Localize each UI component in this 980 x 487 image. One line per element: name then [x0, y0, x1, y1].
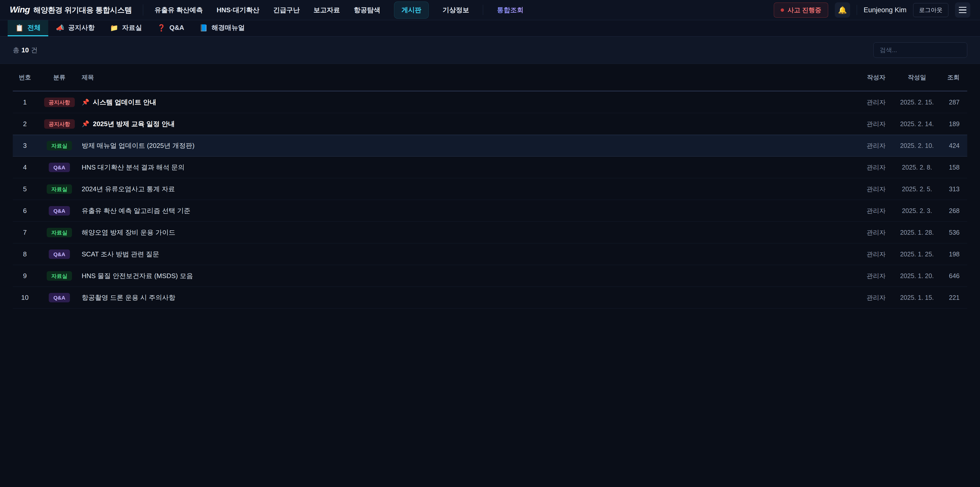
- post-title[interactable]: HNS 대기확산 분석 결과 해석 문의: [82, 163, 854, 172]
- board-tabs: 📋전체📣공지사항📁자료실❓Q&A📘해경매뉴얼: [0, 20, 980, 37]
- nav-item[interactable]: 통합조회: [497, 6, 523, 14]
- post-title[interactable]: HNS 물질 안전보건자료 (MSDS) 모음: [82, 271, 854, 280]
- post-date: 2025. 1. 15.: [898, 294, 936, 301]
- post-author: 관리자: [854, 98, 898, 107]
- post-title[interactable]: 유출유 확산 예측 알고리즘 선택 기준: [82, 206, 854, 215]
- book-icon: 📘: [200, 24, 208, 31]
- nav-item[interactable]: HNS·대기확산: [217, 6, 259, 14]
- category-cell: Q&A: [37, 249, 82, 259]
- clipboard-icon: 📋: [15, 24, 24, 31]
- post-title[interactable]: 📌2025년 방제 교육 일정 안내: [82, 120, 854, 128]
- board-table: 번호 분류 제목 작성자 작성일 조회 1공지사항📌시스템 업데이트 안내관리자…: [0, 64, 980, 308]
- col-header-title: 제목: [82, 73, 854, 81]
- tab-label: Q&A: [169, 24, 184, 32]
- search-input[interactable]: [873, 42, 967, 58]
- board-row[interactable]: 6Q&A유출유 확산 예측 알고리즘 선택 기준관리자2025. 2. 3.26…: [13, 200, 967, 222]
- nav-item[interactable]: 게시판: [394, 2, 429, 19]
- app-logo[interactable]: Wing 해양환경 위기대응 통합시스템: [10, 5, 132, 15]
- post-author: 관리자: [854, 142, 898, 150]
- post-title-text: 시스템 업데이트 안내: [93, 98, 156, 107]
- board-row[interactable]: 2공지사항📌2025년 방제 교육 일정 안내관리자2025. 2. 14.18…: [13, 113, 967, 135]
- logout-button[interactable]: 로그아웃: [913, 3, 948, 17]
- board-row[interactable]: 4Q&AHNS 대기확산 분석 결과 해석 문의관리자2025. 2. 8.15…: [13, 156, 967, 178]
- row-number: 7: [13, 228, 37, 236]
- board-tab[interactable]: 📘해경매뉴얼: [192, 20, 252, 36]
- bell-icon: 🔔: [838, 6, 847, 14]
- tab-label: 공지사항: [68, 23, 95, 32]
- board-tab[interactable]: 📣공지사항: [48, 20, 102, 36]
- nav-divider: [483, 5, 483, 15]
- post-author: 관리자: [854, 185, 898, 193]
- nav-item[interactable]: 긴급구난: [273, 6, 300, 14]
- row-number: 10: [13, 294, 37, 302]
- category-badge: 자료실: [47, 228, 72, 237]
- post-author: 관리자: [854, 228, 898, 237]
- post-views: 221: [936, 294, 967, 301]
- post-views: 536: [936, 229, 967, 236]
- row-number: 3: [13, 142, 37, 150]
- row-number: 2: [13, 120, 37, 128]
- row-number: 6: [13, 207, 37, 215]
- post-author: 관리자: [854, 163, 898, 172]
- post-views: 189: [936, 120, 967, 128]
- logo-wing-mark: Wing: [10, 5, 30, 14]
- post-title[interactable]: 📌시스템 업데이트 안내: [82, 98, 854, 107]
- post-views: 158: [936, 164, 967, 171]
- board-row[interactable]: 1공지사항📌시스템 업데이트 안내관리자2025. 2. 15.287: [13, 91, 967, 113]
- topbar-right: 사고 진행중 🔔 Eunjeong Kim 로그아웃: [774, 2, 970, 18]
- board-row[interactable]: 9자료실HNS 물질 안전보건자료 (MSDS) 모음관리자2025. 1. 2…: [13, 265, 967, 287]
- post-date: 2025. 1. 25.: [898, 251, 936, 258]
- pin-icon: 📌: [82, 121, 89, 127]
- nav-item[interactable]: 기상정보: [442, 6, 469, 14]
- category-cell: Q&A: [37, 293, 82, 302]
- category-badge: Q&A: [49, 249, 70, 259]
- post-title-text: 해양오염 방제 장비 운용 가이드: [82, 228, 175, 237]
- col-header-author: 작성자: [854, 73, 898, 81]
- menu-icon: [959, 7, 966, 13]
- total-count-value: 10: [21, 46, 29, 54]
- col-header-no: 번호: [13, 73, 37, 81]
- category-cell: 자료실: [37, 228, 82, 237]
- board-tab[interactable]: ❓Q&A: [150, 20, 192, 36]
- nav-item[interactable]: 항공탐색: [354, 6, 380, 14]
- category-cell: 공지사항: [37, 97, 82, 107]
- post-author: 관리자: [854, 272, 898, 280]
- post-title[interactable]: 방제 매뉴얼 업데이트 (2025년 개정판): [82, 141, 854, 150]
- col-header-category: 분류: [37, 73, 82, 81]
- board-row[interactable]: 10Q&A항공촬영 드론 운용 시 주의사항관리자2025. 1. 15.221: [13, 287, 967, 308]
- megaphone-icon: 📣: [56, 24, 64, 31]
- board-row[interactable]: 3자료실방제 매뉴얼 업데이트 (2025년 개정판)관리자2025. 2. 1…: [13, 135, 967, 156]
- status-dot-icon: [781, 8, 784, 12]
- post-views: 198: [936, 251, 967, 258]
- nav-item[interactable]: 유출유 확산예측: [154, 6, 203, 14]
- post-date: 2025. 2. 3.: [898, 207, 936, 214]
- post-title[interactable]: 2024년 유류오염사고 통계 자료: [82, 185, 854, 193]
- board-tab[interactable]: 📋전체: [8, 20, 48, 36]
- row-number: 8: [13, 250, 37, 258]
- tab-label: 해경매뉴얼: [212, 23, 245, 32]
- post-title-text: 항공촬영 드론 운용 시 주의사항: [82, 293, 175, 302]
- post-date: 2025. 1. 20.: [898, 272, 936, 279]
- post-title-text: 방제 매뉴얼 업데이트 (2025년 개정판): [82, 141, 194, 150]
- total-suffix: 건: [31, 46, 38, 55]
- row-number: 5: [13, 185, 37, 193]
- board-tab[interactable]: 📁자료실: [102, 20, 150, 36]
- post-title[interactable]: 항공촬영 드론 운용 시 주의사항: [82, 293, 854, 302]
- nav-item[interactable]: 보고자료: [313, 6, 340, 14]
- board-row[interactable]: 7자료실해양오염 방제 장비 운용 가이드관리자2025. 1. 28.536: [13, 222, 967, 243]
- board-row[interactable]: 8Q&ASCAT 조사 방법 관련 질문관리자2025. 1. 25.198: [13, 243, 967, 265]
- hamburger-menu-button[interactable]: [955, 2, 970, 18]
- post-title[interactable]: 해양오염 방제 장비 운용 가이드: [82, 228, 854, 237]
- post-date: 2025. 2. 5.: [898, 185, 936, 193]
- post-author: 관리자: [854, 120, 898, 128]
- incident-status-badge[interactable]: 사고 진행중: [774, 3, 828, 18]
- post-title-text: 유출유 확산 예측 알고리즘 선택 기준: [82, 206, 190, 215]
- post-views: 646: [936, 272, 967, 279]
- category-badge: 자료실: [47, 271, 72, 281]
- category-badge: Q&A: [49, 163, 70, 172]
- board-row[interactable]: 5자료실2024년 유류오염사고 통계 자료관리자2025. 2. 5.313: [13, 178, 967, 200]
- notifications-button[interactable]: 🔔: [835, 2, 850, 18]
- post-title[interactable]: SCAT 조사 방법 관련 질문: [82, 250, 854, 259]
- row-number: 4: [13, 163, 37, 171]
- category-cell: 자료실: [37, 271, 82, 281]
